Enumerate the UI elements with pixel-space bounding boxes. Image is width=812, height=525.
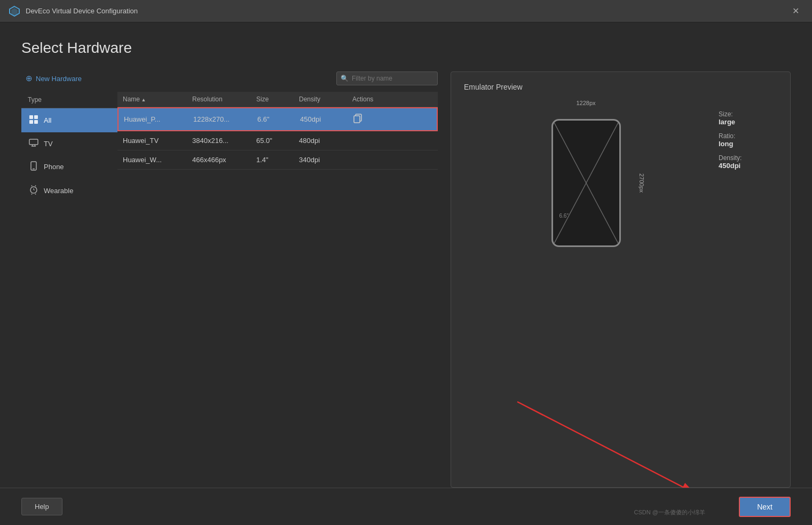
type-item-tv[interactable]: TV bbox=[21, 132, 117, 155]
hardware-table-wrap: Type All bbox=[21, 92, 438, 488]
plus-circle-icon: ⊕ bbox=[26, 74, 33, 83]
phone-size-label: 6.6" bbox=[559, 213, 569, 219]
type-item-phone[interactable]: Phone bbox=[21, 155, 117, 179]
svg-line-14 bbox=[35, 186, 36, 187]
type-item-tv-label: TV bbox=[44, 140, 53, 148]
window-title: DevEco Virtual Device Configuration bbox=[26, 7, 788, 15]
column-header-name[interactable]: Name bbox=[117, 96, 187, 103]
preview-area: 1228px 6.6" 2700px Si bbox=[464, 100, 777, 476]
preview-specs: Size: large Ratio: long Density: 450dpi bbox=[708, 110, 777, 170]
wearable-icon bbox=[29, 185, 38, 196]
device-density-2: 340dpi bbox=[294, 156, 347, 164]
type-item-wearable-label: Wearable bbox=[44, 187, 73, 195]
device-resolution-2: 466x466px bbox=[187, 156, 251, 164]
new-hardware-label: New Hardware bbox=[36, 75, 82, 83]
page-title: Select Hardware bbox=[21, 39, 791, 57]
table-header-row: Name Resolution Size Density Actions bbox=[117, 92, 438, 107]
table-row[interactable]: Huawei_TV 3840x216... 65.0" 480dpi bbox=[117, 131, 438, 150]
device-name-2: Huawei_W... bbox=[117, 156, 187, 164]
bottom-bar: Help CSDN @一条傻傻的小绵羊 Next bbox=[0, 488, 812, 525]
title-bar: DevEco Virtual Device Configuration ✕ bbox=[0, 0, 812, 22]
device-size-1: 65.0" bbox=[251, 137, 294, 145]
phone-preview: 1228px 6.6" 2700px bbox=[464, 100, 708, 247]
size-spec-value: large bbox=[719, 118, 777, 126]
table-row[interactable]: Huawei_W... 466x466px 1.4" 340dpi bbox=[117, 150, 438, 170]
tv-icon bbox=[29, 139, 38, 148]
column-header-actions: Actions bbox=[347, 96, 390, 103]
all-icon bbox=[29, 115, 38, 126]
type-item-wearable[interactable]: Wearable bbox=[21, 179, 117, 203]
table-body: Huawei_P... 1228x270... 6.6" 450dpi bbox=[117, 107, 438, 488]
svg-rect-6 bbox=[29, 139, 38, 145]
svg-rect-5 bbox=[34, 120, 38, 124]
copy-icon[interactable] bbox=[353, 114, 363, 123]
svg-rect-2 bbox=[29, 115, 33, 119]
close-button[interactable]: ✕ bbox=[788, 4, 803, 18]
svg-rect-4 bbox=[29, 120, 33, 124]
phone-frame: 6.6" bbox=[551, 119, 621, 247]
device-resolution-1: 3840x216... bbox=[187, 137, 251, 145]
toolbar: ⊕ New Hardware 🔍 bbox=[21, 71, 438, 85]
watermark-text: CSDN @一条傻傻的小绵羊 bbox=[634, 508, 705, 516]
column-header-resolution[interactable]: Resolution bbox=[187, 96, 251, 103]
type-item-all[interactable]: All bbox=[21, 108, 117, 132]
svg-rect-3 bbox=[34, 115, 38, 119]
emulator-preview-title: Emulator Preview bbox=[464, 83, 777, 91]
table-row[interactable]: Huawei_P... 1228x270... 6.6" 450dpi bbox=[117, 107, 438, 131]
new-hardware-button[interactable]: ⊕ New Hardware bbox=[21, 71, 86, 85]
deveco-logo-icon bbox=[9, 5, 20, 17]
phone-frame-wrap: 6.6" 2700px bbox=[551, 119, 621, 247]
device-table-section: Name Resolution Size Density Actions Hua… bbox=[117, 92, 438, 488]
svg-rect-20 bbox=[354, 116, 360, 123]
type-sidebar: Type All bbox=[21, 92, 117, 488]
type-item-all-label: All bbox=[44, 116, 51, 124]
ratio-spec-value: long bbox=[719, 140, 777, 148]
diagonal-lines-svg bbox=[553, 121, 619, 245]
px-label-right: 2700px bbox=[638, 173, 645, 193]
device-name-1: Huawei_TV bbox=[117, 137, 187, 145]
svg-line-13 bbox=[31, 186, 32, 187]
type-item-phone-label: Phone bbox=[44, 163, 64, 171]
spec-density: Density: 450dpi bbox=[719, 154, 777, 170]
device-resolution-0: 1228x270... bbox=[188, 115, 252, 123]
svg-line-16 bbox=[35, 194, 36, 195]
filter-input-wrap: 🔍 bbox=[336, 71, 438, 85]
right-panel: Emulator Preview 1228px 6.6" 2700px bbox=[451, 71, 791, 488]
device-actions-0 bbox=[348, 114, 391, 125]
device-size-2: 1.4" bbox=[251, 156, 294, 164]
column-header-density[interactable]: Density bbox=[294, 96, 347, 103]
left-panel: ⊕ New Hardware 🔍 Type bbox=[21, 71, 438, 488]
svg-line-15 bbox=[31, 194, 32, 195]
density-spec-value: 450dpi bbox=[719, 162, 777, 170]
device-density-1: 480dpi bbox=[294, 137, 347, 145]
main-content: Select Hardware ⊕ New Hardware 🔍 Type bbox=[0, 22, 812, 488]
density-spec-label: Density: bbox=[719, 154, 777, 162]
search-icon: 🔍 bbox=[341, 75, 349, 82]
px-label-top: 1228px bbox=[576, 100, 595, 106]
device-name-0: Huawei_P... bbox=[119, 115, 188, 123]
device-density-0: 450dpi bbox=[295, 115, 348, 123]
content-area: ⊕ New Hardware 🔍 Type bbox=[21, 71, 791, 488]
phone-icon bbox=[29, 161, 38, 172]
filter-input[interactable] bbox=[336, 71, 438, 85]
spec-ratio: Ratio: long bbox=[719, 132, 777, 148]
next-button[interactable]: Next bbox=[739, 497, 791, 517]
type-column-header: Type bbox=[21, 92, 117, 108]
size-spec-label: Size: bbox=[719, 110, 777, 118]
device-size-0: 6.6" bbox=[252, 115, 295, 123]
column-header-size[interactable]: Size bbox=[251, 96, 294, 103]
spec-size: Size: large bbox=[719, 110, 777, 126]
ratio-spec-label: Ratio: bbox=[719, 132, 777, 140]
help-button[interactable]: Help bbox=[21, 498, 62, 515]
